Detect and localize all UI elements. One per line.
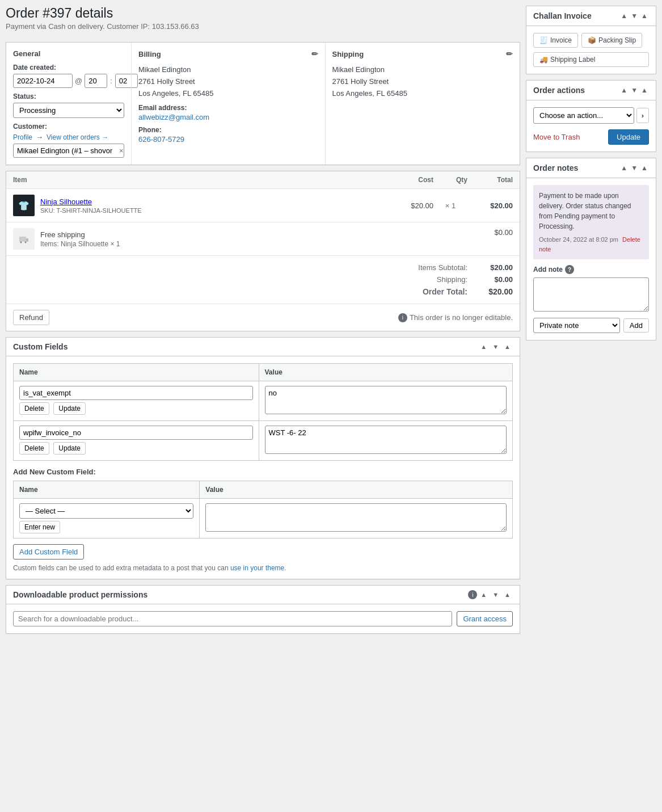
note-type-select[interactable]: Private note Note to customer bbox=[533, 318, 620, 333]
add-note-textarea[interactable] bbox=[533, 277, 649, 312]
order-actions-down-btn[interactable]: ▼ bbox=[630, 85, 639, 95]
custom-fields-toggle-btn[interactable]: ▲ bbox=[502, 342, 513, 351]
items-subtotal-label: Items Subtotal: bbox=[399, 263, 467, 272]
order-notes-body: Payment to be made upon delivery. Order … bbox=[526, 178, 656, 340]
general-section-title: General bbox=[13, 49, 40, 58]
downloadable-info-icon: i bbox=[468, 590, 477, 599]
svg-rect-1 bbox=[26, 238, 28, 242]
totals-section: Items Subtotal: $20.00 Shipping: $0.00 O… bbox=[6, 256, 520, 304]
at-sign: @ bbox=[75, 77, 82, 85]
order-notes-up-btn[interactable]: ▲ bbox=[619, 163, 629, 173]
custom-fields-controls: ▲ ▼ ▲ bbox=[478, 342, 513, 351]
total-col-header: Total bbox=[467, 176, 513, 184]
order-item-row: 👕 Ninja Silhouette SKU: T-SHIRT-NINJA-SI… bbox=[6, 189, 520, 222]
order-action-go-btn[interactable]: › bbox=[636, 108, 649, 123]
custom-fields-collapse-down-btn[interactable]: ▼ bbox=[490, 342, 501, 351]
order-actions-row: Choose an action... › bbox=[533, 107, 649, 124]
challan-header: Challan Invoice ▲ ▼ ▲ bbox=[526, 6, 656, 26]
cf-value-input-2[interactable]: WST -6- 22 bbox=[265, 426, 507, 454]
new-cf-value-input[interactable] bbox=[205, 503, 507, 532]
cf-value-input-1[interactable]: no bbox=[265, 386, 507, 414]
shipping-item-row: Free shipping Items: Ninja Silhouette × … bbox=[6, 222, 520, 256]
customer-profile-link[interactable]: Profile bbox=[13, 133, 32, 141]
downloadable-search-input[interactable] bbox=[13, 611, 452, 626]
customer-other-orders-link[interactable]: View other orders → bbox=[47, 133, 108, 141]
cf-delete-btn-2[interactable]: Delete bbox=[19, 442, 49, 455]
billing-phone[interactable]: 626-807-5729 bbox=[138, 135, 184, 144]
status-label: Status: bbox=[13, 92, 124, 100]
shipping-total-label: Shipping: bbox=[399, 275, 467, 284]
downloadable-collapse-down-btn[interactable]: ▼ bbox=[490, 590, 501, 599]
shipping-total-row: Shipping: $0.00 bbox=[13, 274, 513, 285]
cost-col-header: Cost bbox=[377, 176, 433, 184]
order-total-value: $20.00 bbox=[479, 287, 513, 296]
item-col-header: Item bbox=[13, 176, 377, 184]
cf-delete-btn-1[interactable]: Delete bbox=[19, 402, 49, 415]
item-total: $20.00 bbox=[467, 201, 513, 210]
downloadable-collapse-up-btn[interactable]: ▲ bbox=[478, 590, 489, 599]
customer-arrow: → bbox=[36, 133, 43, 141]
order-actions-footer: Move to Trash Update bbox=[533, 129, 649, 145]
cf-update-btn-1[interactable]: Update bbox=[53, 402, 86, 415]
svg-point-3 bbox=[25, 242, 27, 243]
svg-rect-0 bbox=[19, 237, 26, 242]
shipping-items-list: Items: Ninja Silhouette × 1 bbox=[40, 240, 120, 248]
customer-clear-icon[interactable]: × bbox=[116, 146, 127, 155]
order-actions-title: Order actions bbox=[533, 86, 585, 95]
new-cf-name-header: Name bbox=[14, 481, 200, 499]
update-button[interactable]: Update bbox=[608, 129, 649, 145]
cf-value-header: Value bbox=[259, 364, 512, 381]
custom-fields-section: Custom Fields ▲ ▼ ▲ Name Value bbox=[6, 337, 520, 579]
not-editable-note: i This order is no longer editable. bbox=[398, 313, 513, 322]
invoice-button[interactable]: 🧾 Invoice bbox=[533, 33, 578, 48]
shipping-method-name: Free shipping bbox=[40, 230, 120, 239]
enter-new-btn[interactable]: Enter new bbox=[19, 521, 60, 533]
cf-name-header: Name bbox=[14, 364, 259, 381]
billing-edit-icon[interactable]: ✏ bbox=[311, 49, 318, 58]
shipping-section-title: Shipping bbox=[332, 50, 364, 58]
customer-input[interactable] bbox=[14, 144, 116, 157]
custom-fields-collapse-up-btn[interactable]: ▲ bbox=[478, 342, 489, 351]
cf-name-input-1[interactable] bbox=[19, 386, 253, 400]
order-items-section: Item Cost Qty Total 👕 Ninja Silhouette S… bbox=[6, 171, 520, 331]
billing-email[interactable]: allwebizz@gmail.com bbox=[138, 113, 209, 121]
cf-footer-link[interactable]: use in your theme bbox=[230, 564, 284, 572]
note-type-row: Private note Note to customer Add bbox=[533, 318, 649, 333]
order-actions-box: Order actions ▲ ▼ ▲ Choose an action... … bbox=[526, 80, 656, 152]
shipping-total: $0.00 bbox=[467, 228, 513, 237]
invoice-icon: 🧾 bbox=[539, 36, 548, 44]
cf-name-input-2[interactable] bbox=[19, 426, 253, 440]
order-actions-toggle-btn[interactable]: ▲ bbox=[640, 85, 649, 95]
refund-button[interactable]: Refund bbox=[13, 310, 49, 325]
page-subtitle: Payment via Cash on delivery. Customer I… bbox=[6, 22, 520, 31]
status-select[interactable]: Pending payment Processing On hold Compl… bbox=[13, 103, 124, 118]
shipping-section: Shipping ✏ Mikael Edington 2761 Holly St… bbox=[326, 43, 520, 165]
custom-fields-body: Name Value Delete Update bbox=[6, 356, 520, 579]
cf-update-btn-2[interactable]: Update bbox=[53, 442, 86, 455]
shipping-edit-icon[interactable]: ✏ bbox=[506, 49, 513, 58]
order-notes-down-btn[interactable]: ▼ bbox=[630, 163, 639, 173]
qty-col-header: Qty bbox=[433, 176, 467, 184]
order-notes-toggle-btn[interactable]: ▲ bbox=[640, 163, 649, 173]
grant-access-button[interactable]: Grant access bbox=[457, 611, 513, 626]
order-total-row: Order Total: $20.00 bbox=[13, 285, 513, 298]
add-custom-field-btn[interactable]: Add Custom Field bbox=[13, 544, 84, 559]
note-meta: October 24, 2022 at 8:02 pm Delete note bbox=[539, 235, 643, 254]
time-hour-input[interactable] bbox=[85, 74, 107, 88]
shipping-label-button[interactable]: 🚚 Shipping Label bbox=[533, 52, 649, 67]
date-input[interactable] bbox=[13, 74, 73, 88]
note-text: Payment to be made upon delivery. Order … bbox=[539, 192, 631, 230]
new-cf-select[interactable]: — Select — bbox=[19, 503, 193, 519]
challan-down-btn[interactable]: ▼ bbox=[630, 11, 639, 21]
customer-label: Customer: bbox=[13, 123, 124, 131]
challan-up-btn[interactable]: ▲ bbox=[619, 11, 629, 21]
item-product-link[interactable]: Ninja Silhouette bbox=[40, 197, 92, 206]
order-actions-up-btn[interactable]: ▲ bbox=[619, 85, 629, 95]
add-note-btn[interactable]: Add bbox=[623, 318, 649, 333]
packing-slip-button[interactable]: 📦 Packing Slip bbox=[581, 33, 642, 48]
challan-toggle-btn[interactable]: ▲ bbox=[640, 11, 649, 21]
downloadable-toggle-btn[interactable]: ▲ bbox=[502, 590, 513, 599]
order-action-select[interactable]: Choose an action... bbox=[533, 107, 634, 124]
move-to-trash-link[interactable]: Move to Trash bbox=[533, 133, 580, 141]
item-qty: × 1 bbox=[433, 201, 467, 210]
